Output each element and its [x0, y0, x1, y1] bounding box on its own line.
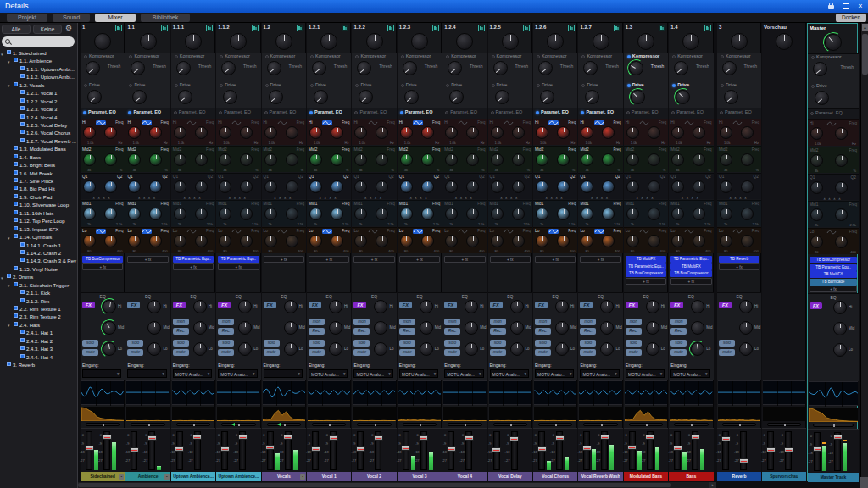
band-gain-knob[interactable] — [671, 180, 684, 193]
band-gain-knob[interactable] — [536, 208, 548, 220]
band-gain-knob[interactable] — [309, 153, 322, 166]
channel-hi-knob[interactable] — [646, 300, 659, 313]
fx-button[interactable]: FX — [264, 302, 276, 308]
add-fx-button[interactable]: + fx — [626, 278, 666, 285]
band-freq-knob[interactable] — [240, 153, 253, 166]
band-gain-knob[interactable] — [445, 126, 458, 139]
track-name-label[interactable]: Bass — [669, 472, 713, 481]
fx-button[interactable]: FX — [535, 302, 548, 308]
fx-button[interactable]: FX — [173, 302, 186, 308]
expander-icon[interactable]: ▾ — [8, 58, 10, 66]
band-gain-knob[interactable] — [128, 208, 141, 220]
fader-handle[interactable] — [509, 436, 519, 441]
input-select[interactable]: MOTU Analo...▾ — [535, 369, 574, 378]
thresh-knob[interactable] — [813, 62, 827, 76]
channel-hi-knob[interactable] — [510, 300, 524, 313]
solo-button[interactable]: solo — [353, 340, 370, 347]
channel-icon[interactable] — [478, 25, 485, 31]
tab-projekt[interactable]: Projekt — [7, 14, 47, 22]
add-fx-button[interactable]: + fx — [264, 256, 304, 263]
band-freq-knob[interactable] — [466, 153, 479, 166]
band-freq-knob[interactable] — [331, 153, 343, 166]
band-freq-knob[interactable] — [466, 126, 479, 139]
drive-power[interactable] — [401, 84, 404, 87]
input-select[interactable]: MOTU Analo...▾ — [490, 369, 529, 378]
fader-track[interactable] — [834, 432, 841, 471]
drive-knob[interactable] — [540, 90, 554, 104]
band-gain-knob[interactable] — [83, 208, 96, 220]
track-checkbox[interactable] — [14, 226, 18, 230]
plugin-slot[interactable]: TB BusCompressor — [810, 257, 857, 263]
track-checkbox[interactable] — [14, 202, 18, 206]
band-freq-knob[interactable] — [240, 235, 253, 247]
plugin-slot[interactable]: TB BusCompressor — [670, 270, 711, 277]
channel-hi-knob[interactable] — [193, 300, 207, 313]
band-freq-knob[interactable] — [466, 235, 479, 247]
band-gain-knob[interactable] — [720, 126, 732, 139]
track-name-label[interactable]: Vocals- — [262, 472, 306, 481]
band-freq-knob[interactable] — [376, 153, 388, 166]
track-checkbox[interactable] — [14, 313, 18, 318]
fader-track[interactable] — [740, 431, 747, 470]
solo-button[interactable]: solo — [580, 340, 596, 347]
mute-button[interactable]: mute — [127, 349, 143, 356]
band-gain-knob[interactable] — [491, 126, 504, 139]
tree-item[interactable]: 1.5. Bright Bells — [0, 162, 78, 169]
pan-knob[interactable] — [94, 33, 111, 50]
track-checkbox[interactable] — [14, 178, 18, 182]
band-freq-knob[interactable] — [149, 153, 162, 166]
band-gain-knob[interactable] — [174, 126, 186, 139]
band-gain-knob[interactable] — [309, 180, 322, 193]
band-gain-knob[interactable] — [354, 126, 367, 139]
track-name-label[interactable]: Spurvorschau — [762, 472, 806, 481]
plugin-slot[interactable]: TB Reverb — [719, 256, 760, 263]
band-freq-knob[interactable] — [421, 180, 434, 193]
pan-slider-thumb[interactable] — [420, 424, 421, 426]
band-freq-knob[interactable] — [286, 180, 298, 193]
band-freq-knob[interactable] — [693, 235, 705, 247]
band-gain-knob[interactable] — [671, 126, 684, 139]
band-gain-knob[interactable] — [309, 208, 322, 220]
drive-power[interactable] — [537, 84, 540, 87]
rec-button[interactable]: Rec. — [173, 328, 189, 335]
expander-icon[interactable]: ▾ — [1, 274, 3, 282]
pan-slider-thumb[interactable] — [601, 424, 603, 426]
drive-power[interactable] — [492, 84, 495, 87]
track-name-label[interactable]: Sidechained- — [81, 472, 125, 481]
channel-icon[interactable] — [659, 25, 665, 31]
tree-item[interactable]: 2.2. Rim Texture 1 — [0, 306, 78, 313]
channel-icon[interactable] — [252, 25, 259, 31]
fader-handle[interactable] — [537, 446, 547, 452]
fader-track[interactable] — [403, 431, 409, 470]
thresh-knob[interactable] — [629, 61, 643, 75]
pan-slider-thumb[interactable] — [555, 424, 557, 426]
track-checkbox[interactable] — [20, 242, 25, 247]
track-name-label[interactable]: Vocal 1 — [307, 472, 351, 481]
fader-track[interactable] — [375, 431, 381, 470]
pan-knob[interactable] — [456, 33, 473, 50]
tree-item[interactable]: 1.9. Choir Pad — [0, 194, 78, 202]
track-name-label[interactable]: Vocal Reverb Wash — [578, 472, 622, 481]
fader-track[interactable] — [767, 431, 774, 470]
mute-button[interactable]: mute — [626, 349, 642, 356]
channel-mid-knob[interactable] — [646, 321, 659, 335]
kompressor-power[interactable] — [310, 55, 314, 58]
band-gain-knob[interactable] — [83, 180, 96, 193]
band-freq-knob[interactable] — [693, 153, 705, 166]
maximize-icon[interactable] — [843, 3, 849, 9]
fader-track[interactable] — [785, 431, 792, 470]
band-freq-knob[interactable] — [741, 180, 754, 193]
pan-slider[interactable] — [767, 423, 801, 426]
rec-button[interactable]: Rec. — [309, 328, 325, 335]
fader-handle[interactable] — [813, 446, 822, 452]
channel-mid-knob[interactable] — [329, 321, 342, 335]
tree-item[interactable]: 1.14.3. Crash 3 & Rev — [0, 258, 78, 265]
kompressor-power[interactable] — [265, 55, 269, 58]
fader-handle[interactable] — [645, 435, 654, 440]
solo-button[interactable]: solo — [82, 340, 98, 347]
band-freq-knob[interactable] — [421, 126, 434, 139]
plugin-slot[interactable]: TB MultiFX — [670, 263, 711, 270]
expander-icon[interactable]: ▾ — [8, 235, 10, 242]
drive-knob[interactable] — [404, 90, 419, 104]
drive-power[interactable] — [721, 84, 724, 87]
